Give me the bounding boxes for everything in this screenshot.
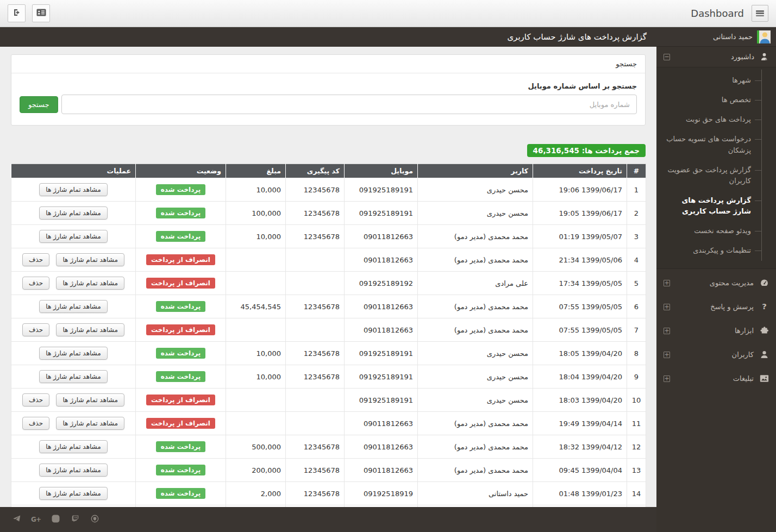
view-charges-button[interactable]: مشاهد تمام شارژ ها [39, 206, 108, 220]
view-charges-button[interactable]: مشاهد تمام شارژ ها [56, 323, 124, 336]
view-charges-button[interactable]: مشاهد تمام شارژ ها [39, 230, 108, 243]
delete-button[interactable]: حذف [22, 277, 49, 290]
sidebar-submenu-item[interactable]: شهرها [656, 71, 776, 90]
sidebar-item-dashboard[interactable]: داشبورد [656, 47, 776, 67]
sidebar-submenu-item[interactable]: تخصص ها [656, 90, 776, 110]
sidebar-submenu-item[interactable]: گزارش پرداخت های شارژ حساب کاربری [656, 191, 776, 221]
expand-icon [664, 352, 670, 358]
main-content: گزارش پرداخت های شارژ حساب کاربری جستجو … [0, 27, 656, 532]
payment-row: 9 1399/04/20 18:04 محسن حیدری 0919251891… [11, 365, 646, 389]
payment-user: محمد محمدی (مدیر دمو) [418, 295, 533, 318]
payment-date: 1399/05/05 07:55 [533, 318, 627, 342]
delete-button[interactable]: حذف [22, 417, 49, 430]
user-name: حمید داستانی [713, 33, 753, 41]
payment-date: 1399/05/05 17:34 [533, 272, 627, 295]
sidebar-section-item[interactable]: ? پرسش و پاسخ [656, 295, 776, 319]
view-charges-button[interactable]: مشاهد تمام شارژ ها [39, 440, 108, 453]
payment-mobile: 09011812663 [345, 435, 418, 459]
instagram-link[interactable] [51, 515, 60, 524]
telegram-link[interactable] [12, 515, 21, 524]
tracking-code [286, 412, 345, 435]
sidebar-section-item[interactable]: کاربران [656, 343, 776, 367]
hamburger-icon [756, 10, 764, 16]
view-charges-button[interactable]: مشاهد تمام شارژ ها [39, 183, 108, 196]
sidebar-section-item[interactable]: تبلیغات [656, 367, 776, 391]
payment-amount: 10,000 [226, 225, 286, 248]
sidebar-submenu: شهرهاتخصص هاپرداخت های حق نوبتدرخواست ها… [656, 67, 776, 268]
google-plus-icon: G+ [31, 516, 41, 523]
delete-button[interactable]: حذف [22, 393, 49, 406]
payment-user: محمد محمدی (مدیر دمو) [418, 248, 533, 272]
question-icon: ? [760, 302, 769, 311]
payment-amount: 10,000 [226, 178, 286, 202]
payment-date: 1399/05/06 21:34 [533, 248, 627, 272]
sidebar-submenu-item[interactable]: پرداخت های حق نوبت [656, 110, 776, 129]
status-badge: پرداخت شده [156, 348, 206, 359]
person-icon [760, 350, 769, 359]
payment-row: 2 1399/06/17 19:05 محسن حیدری 0919251891… [11, 202, 646, 225]
payment-user: علی مرادی [418, 272, 533, 295]
view-charges-button[interactable]: مشاهد تمام شارژ ها [56, 253, 124, 266]
payment-mobile: 09011812663 [345, 295, 418, 318]
search-label: جستجو بر اساس شماره موبایل [20, 82, 637, 90]
sign-out-button[interactable] [8, 4, 26, 22]
payment-mobile: 09011812663 [345, 248, 418, 272]
sidebar-item-label: داشبورد [731, 53, 754, 61]
sidebar-section-item[interactable]: ابزارها [656, 319, 776, 343]
view-charges-button[interactable]: مشاهد تمام شارژ ها [39, 370, 108, 383]
search-panel: جستجو جستجو بر اساس شماره موبایل جستجو [11, 54, 646, 126]
user-avatar [757, 30, 771, 43]
view-charges-button[interactable]: مشاهد تمام شارژ ها [39, 300, 108, 313]
delete-button[interactable]: حذف [22, 253, 49, 266]
view-charges-button[interactable]: مشاهد تمام شارژ ها [39, 347, 108, 360]
google-plus-link[interactable]: G+ [32, 515, 40, 524]
expand-icon [664, 304, 670, 310]
payment-row: 12 1399/04/12 18:32 محمد محمدی (مدیر دمو… [11, 435, 646, 459]
payment-row: 1 1399/06/17 19:06 محسن حیدری 0919251891… [11, 178, 646, 202]
payment-mobile: 091925189191 [345, 365, 418, 389]
mobile-search-input[interactable] [61, 95, 637, 114]
payment-user: محمد محمدی (مدیر دمو) [418, 435, 533, 459]
profile-card-button[interactable] [32, 4, 50, 22]
sidebar-submenu-item[interactable]: ویدئو صفحه نخست [656, 221, 776, 241]
payment-user: محمد محمدی (مدیر دمو) [418, 318, 533, 342]
payment-row: 7 1399/05/05 07:55 محمد محمدی (مدیر دمو)… [11, 318, 646, 342]
shield-link[interactable] [90, 515, 99, 524]
payment-date: 1399/04/20 18:05 [533, 342, 627, 365]
sign-out-icon [12, 8, 21, 18]
payment-row: 10 1399/04/20 18:03 محسن حیدری 091925189… [11, 389, 646, 412]
payment-user: محمد محمدی (مدیر دمو) [418, 225, 533, 248]
view-charges-button[interactable]: مشاهد تمام شارژ ها [56, 277, 124, 290]
delete-button[interactable]: حذف [22, 323, 49, 336]
status-badge: پرداخت شده [156, 184, 206, 195]
shield-icon [91, 515, 99, 525]
payment-amount: 10,000 [226, 342, 286, 365]
payment-mobile: 091925189191 [345, 342, 418, 365]
top-navbar: Dashboard [0, 0, 776, 27]
tracking-code: 12345678 [286, 342, 345, 365]
user-panel[interactable]: حمید داستانی [656, 27, 776, 47]
sidebar-section-item[interactable]: مدیریت محتوی [656, 271, 776, 295]
id-card-icon [36, 9, 46, 18]
online-status-bar [757, 30, 759, 43]
view-charges-button[interactable]: مشاهد تمام شارژ ها [39, 487, 108, 500]
tracking-code: 12345678 [286, 202, 345, 225]
status-badge: پرداخت شده [156, 208, 206, 218]
payment-user: حمید داستانی [418, 482, 533, 505]
tracking-code: 12345678 [286, 365, 345, 389]
payment-mobile: 091925189192 [345, 272, 418, 295]
row-number: 13 [627, 459, 646, 482]
view-charges-button[interactable]: مشاهد تمام شارژ ها [56, 417, 124, 430]
payment-date: 1399/04/20 18:03 [533, 389, 627, 412]
payment-amount [226, 389, 286, 412]
sidebar-submenu-item[interactable]: گزارش پرداخت حق عضویت کاربران [656, 160, 776, 191]
twitch-link[interactable] [71, 515, 79, 524]
view-charges-button[interactable]: مشاهد تمام شارژ ها [56, 393, 124, 406]
sidebar-submenu-item[interactable]: درخواست های تسویه حساب پزشکان [656, 129, 776, 160]
sidebar-toggle-button[interactable] [752, 5, 768, 22]
telegram-icon [12, 515, 21, 525]
payment-date: 1399/06/17 19:06 [533, 178, 627, 202]
search-button[interactable]: جستجو [20, 96, 58, 113]
view-charges-button[interactable]: مشاهد تمام شارژ ها [39, 464, 108, 477]
sidebar-submenu-item[interactable]: تنظیمات و پیکربندی [656, 241, 776, 260]
